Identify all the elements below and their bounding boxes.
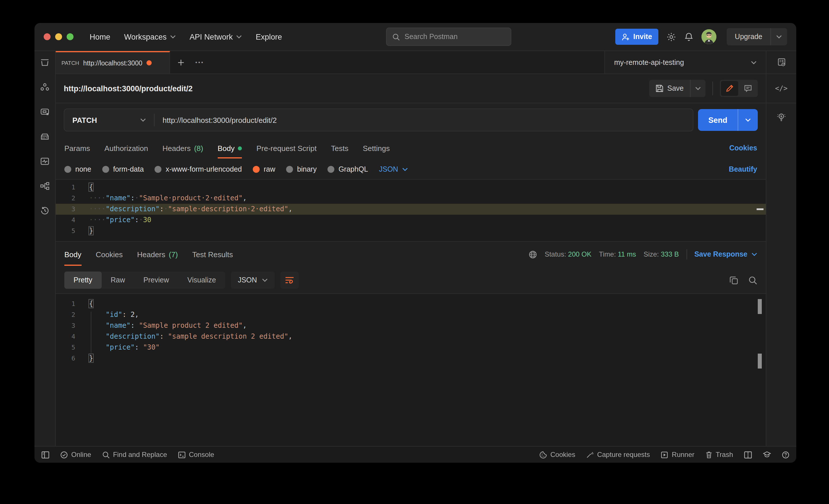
view-pretty[interactable]: Pretty [64,272,101,289]
nav-explore[interactable]: Explore [256,32,282,41]
capture-requests-button[interactable]: Capture requests [586,451,650,459]
tab-pre-request-script[interactable]: Pre-request Script [256,144,317,152]
environment-selector[interactable]: my-remote-api-testing [604,51,766,74]
body-type-none[interactable]: none [64,165,92,173]
environments-icon[interactable] [40,82,50,92]
chevron-down-icon [751,61,757,64]
body-type-form-data[interactable]: form-data [102,165,144,173]
view-raw[interactable]: Raw [101,272,134,289]
new-tab-button[interactable] [170,51,192,74]
view-preview[interactable]: Preview [134,272,178,289]
close-window-button[interactable] [44,33,50,40]
body-type-graphql[interactable]: GraphQL [327,165,368,173]
search-response-icon[interactable] [749,276,757,284]
save-response-button[interactable]: Save Response [694,250,757,258]
comments-button[interactable] [740,81,757,96]
online-status[interactable]: Online [60,451,91,459]
settings-gear-icon[interactable] [666,32,676,42]
request-tab[interactable]: PATCH http://localhost:3000 [56,51,170,74]
code-line[interactable]: 3····"description":·"sample·description·… [56,204,766,215]
runner-button[interactable]: Runner [661,451,694,459]
training-button[interactable] [763,451,771,458]
tab-headers[interactable]: Headers(8) [162,144,203,152]
trash-button[interactable]: Trash [706,451,733,459]
body-type-urlencoded[interactable]: x-www-form-urlencoded [155,165,242,173]
code-line[interactable]: 1{ [56,182,766,193]
save-button[interactable]: Save [649,80,706,97]
body-type-raw[interactable]: raw [253,165,275,173]
search-input[interactable]: Search Postman [386,28,511,46]
nav-home[interactable]: Home [89,32,110,41]
raw-language-select[interactable]: JSON [379,165,408,173]
wrap-text-button[interactable] [281,272,299,289]
upgrade-chevron[interactable] [770,28,787,45]
response-tab-test-results[interactable]: Test Results [192,250,233,259]
request-body-editor[interactable]: 1{2····"name":·"Sample·product·2·edited"… [56,179,766,242]
send-options-chevron[interactable] [737,109,758,131]
code-line[interactable]: 1{ [56,299,766,309]
view-visualize[interactable]: Visualize [178,272,225,289]
response-tab-headers[interactable]: Headers(7) [137,250,178,259]
upgrade-button[interactable]: Upgrade [727,28,787,45]
line-number: 5 [56,226,82,236]
apis-icon[interactable] [40,107,50,117]
method-select[interactable]: PATCH [64,116,154,124]
response-body-editor[interactable]: 1{2 "id": 2,3 "name": "Sample product 2 … [56,293,766,446]
url-input[interactable]: http://localhost:3000/product/edit/2 [154,116,285,124]
code-line[interactable]: 2····"name":·"Sample·product·2·edited", [56,193,766,204]
console-button[interactable]: Console [178,451,214,459]
two-pane-view-button[interactable] [744,451,752,458]
tab-body[interactable]: Body [217,144,242,152]
mock-servers-icon[interactable] [40,131,50,142]
response-scrollbar-thumb[interactable] [758,354,762,369]
body-type-graphql-label: GraphQL [338,165,368,173]
history-icon[interactable] [40,205,50,216]
environment-quick-look[interactable] [766,51,796,74]
code-line[interactable]: 3 "name": "Sample product 2 edited", [56,320,766,331]
response-tab-body[interactable]: Body [64,250,81,259]
tab-params[interactable]: Params [64,144,90,152]
cookies-button[interactable]: Cookies [539,451,575,459]
collections-icon[interactable] [40,57,50,68]
code-line[interactable]: 5} [56,226,766,236]
left-sidebar-rail [34,51,56,446]
tab-settings[interactable]: Settings [363,144,390,152]
body-type-binary[interactable]: binary [286,165,317,173]
divider [686,249,687,260]
edit-mode-button[interactable] [721,81,738,96]
beautify-link[interactable]: Beautify [729,165,757,173]
find-replace-button[interactable]: Find and Replace [102,451,167,459]
request-builder-row: PATCH http://localhost:3000/product/edit… [56,103,766,137]
radio-icon [155,166,162,173]
code-line[interactable]: 6} [56,353,766,364]
postbot-button[interactable] [766,103,796,122]
toggle-sidebar-button[interactable] [41,451,49,458]
flows-icon[interactable] [40,181,50,191]
save-options-chevron[interactable] [690,80,706,97]
code-line[interactable]: 4····"price":·30 [56,215,766,226]
monitors-icon[interactable] [40,156,50,166]
code-line[interactable]: 5 "price": "30" [56,342,766,353]
notifications-bell-icon[interactable] [684,32,693,42]
avatar[interactable] [701,29,716,44]
send-button[interactable]: Send [698,109,758,131]
response-scrollbar-thumb[interactable] [758,299,762,314]
code-line[interactable]: 4 "description": "sample description 2 e… [56,331,766,342]
code-snippet-button[interactable]: </> [766,74,796,103]
tab-authorization[interactable]: Authorization [105,144,148,152]
code-line[interactable]: 2 "id": 2, [56,309,766,320]
code-icon: </> [775,84,787,92]
response-language-select[interactable]: JSON [231,272,275,289]
response-tab-cookies[interactable]: Cookies [96,250,123,259]
copy-icon[interactable] [730,276,738,284]
maximize-window-button[interactable] [67,33,74,40]
help-button[interactable] [782,451,789,458]
nav-workspaces[interactable]: Workspaces [124,32,176,41]
cookies-link[interactable]: Cookies [729,144,757,152]
nav-api-network[interactable]: API Network [189,32,242,41]
invite-button[interactable]: Invite [616,29,658,45]
tab-tests[interactable]: Tests [331,144,349,152]
tab-options-button[interactable]: ••• [192,51,208,74]
minimize-window-button[interactable] [55,33,62,40]
globe-icon[interactable] [529,250,537,259]
